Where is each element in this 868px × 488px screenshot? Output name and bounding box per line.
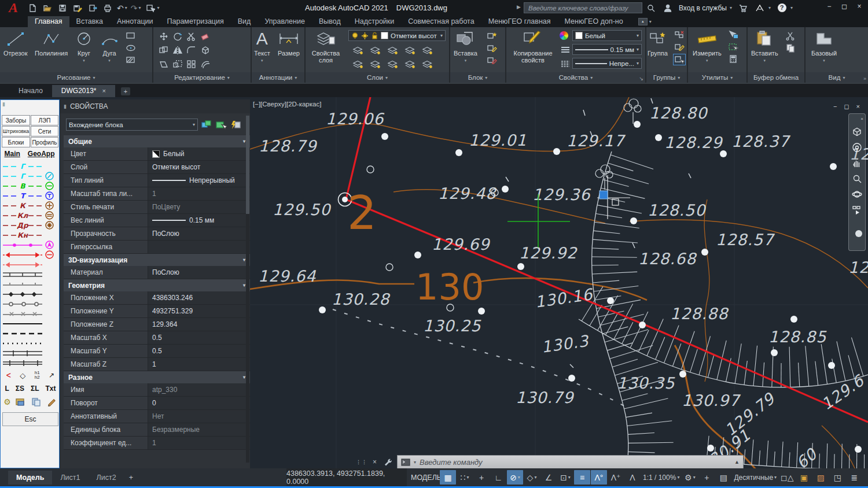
l-tool-button[interactable]: L <box>5 385 9 393</box>
close-button[interactable]: × <box>852 0 867 13</box>
elevation-label[interactable]: 128.50 <box>648 201 707 219</box>
linetype-combo[interactable]: Непре...▾ <box>572 58 642 69</box>
elevation-label[interactable]: 129.92 <box>519 244 578 262</box>
scale-tool-icon[interactable] <box>172 59 183 69</box>
layer-unlock-icon[interactable] <box>371 31 378 41</box>
layer-properties-button[interactable]: Свойства слоя <box>308 29 344 64</box>
elevation-label[interactable]: 128.85 <box>768 328 827 346</box>
h1h2-tool-icon[interactable]: h1h2 <box>35 371 40 380</box>
property-row[interactable]: Вес линий0.15 мм <box>64 214 250 227</box>
move-tool-icon[interactable] <box>158 31 170 42</box>
quick-select-icon[interactable] <box>727 42 739 52</box>
elevation-point[interactable] <box>478 308 485 315</box>
palette-tab-blocks[interactable]: Блоки <box>2 137 30 147</box>
property-row[interactable]: СлойОтметки высот <box>64 161 250 174</box>
circle-button[interactable]: Круг▾ <box>74 29 94 64</box>
elevation-point[interactable] <box>679 371 686 378</box>
lineweight-list-icon[interactable] <box>560 45 571 55</box>
file-tab-close-icon[interactable]: × <box>102 87 106 94</box>
layer-tool-icon[interactable] <box>352 45 364 56</box>
autodesk-caret-icon[interactable]: ▾ <box>768 5 771 10</box>
ribbon-tab-Управление[interactable]: Управление <box>258 16 312 27</box>
contour-elevation-label[interactable]: 2 <box>347 186 377 240</box>
status-graphics-performance[interactable]: ▣ <box>796 470 812 485</box>
contour-elevation-label[interactable]: 130 <box>415 266 484 308</box>
drawing-canvas[interactable]: 129.06128.79129.01129.17128.80128.29128.… <box>250 97 868 468</box>
ribbon-tab-Вставка[interactable]: Вставка <box>69 16 110 27</box>
palette-group-main[interactable]: Main <box>4 150 20 158</box>
status-clean-screen[interactable]: ◳ <box>829 470 845 485</box>
search-input[interactable]: Введите ключевое слово/фразу <box>524 2 642 13</box>
command-history-icon[interactable]: ▲ <box>734 459 740 465</box>
properties-section-header[interactable]: Геометрия▾ <box>64 279 250 291</box>
stretch-tool-icon[interactable] <box>158 59 170 69</box>
layer-tool-icon[interactable] <box>422 45 433 56</box>
ribbon-tab-Параметризация[interactable]: Параметризация <box>160 16 231 27</box>
help-caret-icon[interactable]: ▾ <box>790 5 793 10</box>
fillet-tool-icon[interactable] <box>186 45 197 56</box>
elevation-label[interactable]: 130.16 <box>534 285 595 311</box>
panel-title-layers[interactable]: Слои▾ <box>306 72 449 83</box>
palette-linetype-item[interactable] <box>2 358 59 368</box>
elevation-point[interactable] <box>655 134 662 141</box>
base-view-button[interactable]: Базовый▾ <box>811 29 837 64</box>
palette-linetype-item[interactable]: Др <box>2 220 59 230</box>
drawing-minimize-icon[interactable]: − <box>833 103 837 110</box>
group-edit-icon[interactable] <box>674 42 685 52</box>
elevation-point[interactable] <box>381 133 388 140</box>
offset-tool-icon[interactable] <box>200 59 211 69</box>
palette-linetype-item[interactable] <box>2 250 59 260</box>
property-row[interactable]: Положение Y4932751.329 <box>64 305 250 318</box>
ribbon-collapse-control[interactable]: ▴▾ <box>638 18 652 25</box>
palette-linetype-item[interactable] <box>2 289 59 299</box>
elevation-point[interactable] <box>830 163 837 170</box>
undo-icon[interactable]: ↶ <box>117 3 124 13</box>
export-window-icon[interactable] <box>14 397 26 407</box>
layer-tool-icon[interactable] <box>422 59 433 69</box>
elevation-label[interactable]: 129.69 <box>432 235 490 253</box>
block-attributes-icon[interactable] <box>486 55 498 65</box>
status-units-icon[interactable]: ▤ <box>715 470 731 485</box>
palette-linetype-item[interactable] <box>2 260 59 269</box>
elevation-point[interactable] <box>517 263 524 270</box>
command-grip-icon[interactable]: ⋮⋮ <box>356 459 367 465</box>
elevation-point[interactable] <box>634 121 641 128</box>
group-selection-icon[interactable] <box>673 54 686 65</box>
properties-section-header[interactable]: Общие▾ <box>64 135 250 147</box>
ribbon-tab-Совместная работа[interactable]: Совместная работа <box>401 16 481 27</box>
panel-title-properties[interactable]: Свойства▾↘ <box>506 72 645 83</box>
property-row[interactable]: ЦветБелый <box>64 147 250 161</box>
search-expand-icon[interactable]: ▶ <box>517 4 521 10</box>
palette-linetype-item[interactable]: В <box>2 181 59 191</box>
layer-tool-icon[interactable] <box>404 45 416 56</box>
polyline-button[interactable]: Полилиния <box>35 29 68 57</box>
palette-linetype-item[interactable]: Г <box>2 161 59 171</box>
trim-tool-icon[interactable] <box>186 31 197 42</box>
panel-title-clipboard[interactable]: Буфер обмена <box>748 72 804 83</box>
copy-clip-icon[interactable] <box>785 43 796 53</box>
elevation-label[interactable]: 128.37 <box>731 132 790 150</box>
palette-linetype-item[interactable]: Г <box>2 171 59 181</box>
property-row[interactable]: Масштаб Y0.5 <box>64 345 250 358</box>
erase-tool-icon[interactable] <box>200 31 211 42</box>
redo-icon[interactable]: ↷ <box>131 3 138 13</box>
elevation-label[interactable]: 128.80 <box>649 104 708 122</box>
tree-symbol[interactable] <box>595 165 613 190</box>
elevation-label[interactable]: 130.28 <box>332 290 391 308</box>
ungroup-icon[interactable] <box>674 29 685 40</box>
palette-linetype-item[interactable] <box>2 309 59 319</box>
property-row[interactable]: Стиль печатиПоЦвету <box>64 201 250 214</box>
layer-tool-icon[interactable] <box>370 45 381 56</box>
application-menu-button[interactable]: A <box>2 0 24 16</box>
layer-tool-icon[interactable] <box>387 59 399 69</box>
properties-section-header[interactable]: 3D-визуализация▾ <box>64 254 250 266</box>
panel-title-edit[interactable]: Редактирование▾ <box>153 72 251 83</box>
panel-title-view[interactable]: Вид▾» <box>806 72 868 83</box>
property-row[interactable]: Единицы блокаБезразмерные <box>64 423 250 437</box>
ribbon-tab-Вывод[interactable]: Вывод <box>312 16 348 27</box>
status-workspace-switching[interactable]: ⚙▾ <box>682 470 698 485</box>
save-icon[interactable] <box>57 2 68 14</box>
lineweight-combo[interactable]: 0.15 мм▾ <box>572 44 642 55</box>
command-wrench-icon[interactable] <box>382 457 393 467</box>
elevation-label[interactable]: 129.64 <box>258 267 316 285</box>
